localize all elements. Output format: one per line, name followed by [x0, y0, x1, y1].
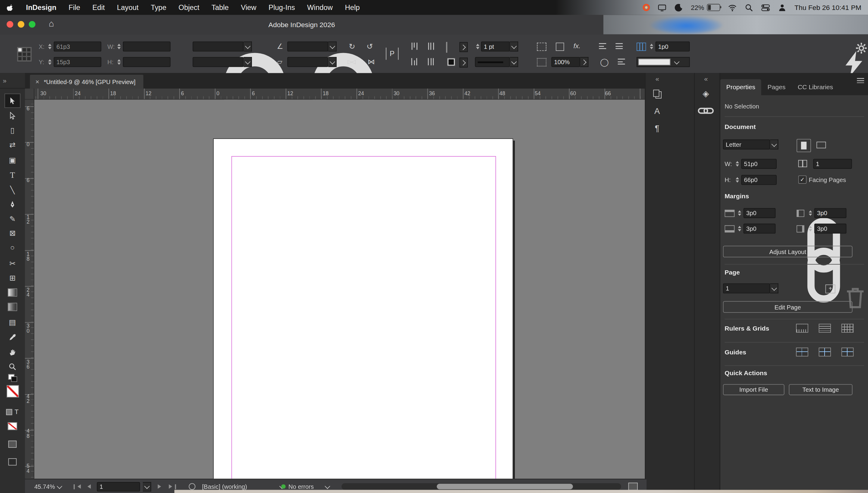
dotted-style-icon[interactable] [537, 58, 546, 67]
formatting-affects-toggle[interactable]: T [5, 405, 20, 418]
menu-help[interactable]: Help [339, 3, 366, 12]
scale-x-dropdown[interactable] [193, 42, 252, 51]
tools-dock-header[interactable]: » [0, 73, 25, 88]
document-tab[interactable]: × *Untitled-9 @ 46% [GPU Preview] [30, 75, 143, 89]
tab-pages[interactable]: Pages [761, 79, 791, 95]
scale-y-dd-button[interactable] [243, 57, 252, 67]
margin-bottom-field[interactable] [743, 223, 776, 234]
panel-menu-icon[interactable] [857, 78, 864, 83]
zoom-tool[interactable] [5, 360, 20, 373]
expand-tools-chevrons[interactable]: » [3, 77, 6, 84]
paragraph-styles-panel-button[interactable]: ¶ [649, 121, 666, 135]
gradient-swatch-tool[interactable] [5, 286, 20, 299]
pencil-tool[interactable]: ✎ [5, 212, 20, 225]
pen-tool[interactable] [5, 198, 20, 211]
workspace-gear-icon[interactable] [855, 42, 868, 55]
collapse-dock-2-chevrons[interactable]: « [704, 75, 708, 83]
vertical-ruler[interactable]: 6 0 6 12 18 24 30 36 42 48 54 [25, 100, 34, 479]
baseline-grid-button[interactable] [819, 324, 831, 333]
rotate-cw-button[interactable]: ↻ [349, 42, 355, 51]
spotlight-icon[interactable] [745, 3, 754, 12]
horizontal-ruler[interactable]: 30 24 18 12 6 0 6 12 18 24 30 36 42 48 5… [34, 89, 645, 100]
gutter-field[interactable] [655, 42, 690, 51]
document-page[interactable] [213, 138, 513, 479]
wifi-icon[interactable] [728, 3, 737, 12]
effects-fx-button[interactable]: fx. [573, 42, 581, 50]
height-field[interactable] [123, 57, 171, 67]
close-tab-icon[interactable]: × [36, 78, 40, 86]
menu-edit[interactable]: Edit [86, 3, 111, 12]
menu-object[interactable]: Object [172, 3, 205, 12]
links-panel-button[interactable] [697, 103, 714, 118]
doc-width-field[interactable] [741, 159, 777, 169]
lock-guides-button[interactable] [819, 347, 831, 356]
menu-file[interactable]: File [62, 3, 86, 12]
stroke-color-none-swatch[interactable] [446, 42, 447, 53]
margin-outside-field[interactable] [815, 223, 847, 234]
orientation-landscape-button[interactable] [815, 139, 828, 151]
page-count-field[interactable] [813, 159, 852, 169]
page-number-dd-button[interactable] [143, 482, 151, 491]
scale-y-dropdown[interactable] [193, 57, 252, 67]
x-stepper[interactable] [47, 42, 52, 51]
screen-mode-normal-button[interactable] [5, 437, 20, 451]
fill-stroke-swatch[interactable] [5, 384, 20, 399]
hand-tool[interactable] [5, 345, 20, 359]
flip-vertical-button[interactable]: ⋈ [368, 57, 375, 67]
distribute-icon-2[interactable] [428, 58, 434, 65]
rectangle-frame-tool[interactable]: ⊠ [5, 226, 20, 240]
scissors-tool[interactable]: ✂ [5, 257, 20, 270]
rotate-ccw-button[interactable]: ↺ [367, 42, 373, 51]
third-party-menu-icon[interactable] [643, 4, 650, 11]
object-style-dropdown[interactable] [636, 57, 690, 67]
margin-top-stepper[interactable] [737, 208, 742, 218]
pasteboard-canvas[interactable] [34, 100, 645, 479]
pages-panel-button[interactable] [649, 86, 666, 101]
current-page-dropdown[interactable]: 1 [723, 283, 779, 293]
stroke-weight-dd-button[interactable] [510, 42, 518, 51]
note-tool[interactable]: ▤ [5, 316, 20, 329]
document-grid-button[interactable] [842, 324, 853, 333]
h-stepper[interactable] [116, 57, 122, 67]
fill-color-expand-button[interactable] [459, 58, 468, 67]
menu-view[interactable]: View [235, 3, 262, 12]
stroke-weight-stepper[interactable] [475, 42, 480, 51]
gradient-feather-tool[interactable] [5, 300, 20, 314]
line-tool[interactable]: ╲ [5, 183, 20, 196]
free-transform-tool[interactable]: ⊞ [5, 271, 20, 284]
distribute-icon-1[interactable] [428, 42, 434, 50]
text-to-image-button[interactable]: Text to Image [789, 384, 852, 395]
default-fill-stroke-proxy[interactable] [5, 373, 20, 383]
margin-bottom-stepper[interactable] [737, 223, 742, 234]
stroke-style-dropdown[interactable] [475, 57, 518, 67]
content-collector-tool[interactable]: ▣ [5, 153, 20, 167]
orientation-portrait-button[interactable] [797, 139, 811, 152]
page-size-dropdown[interactable]: Letter [723, 140, 779, 149]
menu-indesign[interactable]: InDesign [20, 3, 62, 12]
type-tool[interactable]: T [5, 168, 20, 181]
ruler-origin-corner[interactable] [25, 89, 34, 100]
opacity-expand-button[interactable] [580, 57, 589, 67]
justify-text-icon[interactable] [615, 43, 623, 49]
eyedropper-tool[interactable] [5, 330, 20, 344]
previous-page-button[interactable] [87, 479, 91, 493]
selection-tool[interactable] [5, 94, 20, 107]
apple-menu-icon[interactable] [0, 3, 20, 12]
ellipse-tool[interactable]: ○ [5, 241, 20, 254]
shear-angle-dropdown[interactable] [287, 57, 337, 67]
opacity-field[interactable] [551, 57, 580, 67]
fill-color-swatch[interactable] [447, 58, 455, 66]
menu-window[interactable]: Window [301, 3, 339, 12]
direct-selection-tool[interactable] [5, 109, 20, 122]
shear-angle-dd-button[interactable] [328, 57, 337, 67]
battery-status[interactable]: 22% [691, 4, 720, 12]
control-center-icon[interactable] [761, 3, 770, 12]
align-icon-2[interactable] [411, 58, 417, 65]
scale-y-field[interactable] [193, 57, 243, 67]
edit-page-button[interactable]: Edit Page [723, 301, 853, 313]
margin-top-field[interactable] [743, 208, 776, 218]
menu-plugins[interactable]: Plug-Ins [262, 3, 301, 12]
apply-none-button[interactable] [5, 420, 20, 433]
margin-inside-field[interactable] [815, 208, 847, 218]
dashed-corner-options-icon[interactable] [537, 42, 546, 51]
